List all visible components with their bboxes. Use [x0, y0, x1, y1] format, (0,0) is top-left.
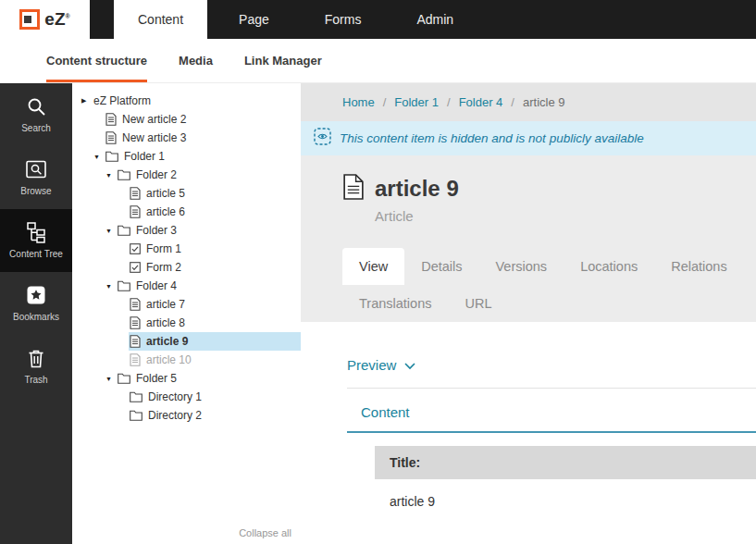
tree-toggle-icon[interactable]: ▶: [81, 97, 93, 105]
page-title: article 9: [375, 176, 459, 202]
tab-view[interactable]: View: [342, 248, 404, 285]
tree-item-form-1[interactable]: Form 1: [72, 240, 301, 258]
tree-item-ez-platform[interactable]: ▶eZ Platform: [72, 92, 301, 110]
tree-item-label: article 7: [146, 298, 185, 311]
breadcrumb-separator: /: [511, 95, 514, 109]
article-icon: [105, 131, 117, 144]
secondary-nav: Content structureMediaLink Manager: [0, 39, 756, 83]
tree-toggle-icon[interactable]: ▼: [105, 172, 117, 179]
main-area: Home/Folder 1/Folder 4/article 9 This co…: [301, 83, 756, 544]
content-tree-panel: ▶eZ PlatformNew article 2New article 3▼F…: [72, 83, 301, 544]
folder-icon: [105, 151, 118, 162]
top-tab-admin[interactable]: Admin: [392, 0, 477, 39]
tree-item-label: Form 2: [146, 261, 181, 274]
ez-logo-text: eZ®: [44, 9, 69, 30]
sidebar-item-bookmarks[interactable]: Bookmarks: [0, 272, 72, 335]
folder-icon: [118, 373, 130, 384]
breadcrumb-separator: /: [383, 95, 387, 109]
tree-item-new-article-2[interactable]: New article 2: [72, 110, 301, 129]
tree-item-label: Folder 2: [136, 168, 177, 181]
search-icon: [25, 95, 47, 117]
tree-item-label: article 5: [146, 187, 185, 200]
ez-logo[interactable]: eZ®: [0, 0, 90, 39]
breadcrumb-item-folder-1[interactable]: Folder 1: [394, 95, 439, 109]
breadcrumb-separator: /: [447, 95, 451, 109]
left-sidebar: SearchBrowseContent TreeBookmarksTrash: [0, 83, 72, 544]
chevron-down-icon: [404, 357, 415, 373]
tree-item-folder-5[interactable]: ▼Folder 5: [72, 369, 301, 388]
article-icon: [130, 335, 141, 348]
tree-item-directory-1[interactable]: Directory 1: [72, 388, 301, 406]
folder-icon: [118, 169, 130, 180]
tree-item-article-10[interactable]: article 10: [72, 351, 301, 369]
tab-versions[interactable]: Versions: [479, 248, 564, 285]
tree-item-article-9[interactable]: article 9: [72, 332, 301, 351]
sidebar-item-label: Trash: [24, 375, 47, 385]
article-icon: [105, 113, 117, 126]
sidebar-item-label: Bookmarks: [13, 312, 59, 322]
tree-items: ▶eZ PlatformNew article 2New article 3▼F…: [72, 92, 301, 425]
tree-item-label: Folder 1: [124, 150, 165, 163]
tree-toggle-icon[interactable]: ▼: [105, 376, 117, 382]
tab-details[interactable]: Details: [404, 248, 478, 285]
tree-toggle-icon[interactable]: ▼: [105, 228, 117, 234]
tree-item-label: New article 3: [122, 131, 186, 144]
tree-item-folder-4[interactable]: ▼Folder 4: [72, 277, 301, 295]
article-icon: [130, 316, 141, 329]
tab-translations[interactable]: Translations: [342, 285, 448, 322]
tree-item-form-2[interactable]: Form 2: [72, 258, 301, 277]
article-icon: [130, 298, 141, 311]
field-label: Title:: [375, 446, 756, 479]
content-card: Preview Content Title:article 9: [301, 322, 756, 544]
tree-toggle-icon[interactable]: ▼: [105, 283, 117, 290]
preview-toggle[interactable]: Preview: [347, 322, 756, 389]
folder-icon: [118, 225, 130, 236]
tree-item-article-7[interactable]: article 7: [72, 295, 301, 314]
folder-icon: [130, 391, 143, 402]
subnav-tab-link-manager[interactable]: Link Manager: [244, 39, 322, 82]
content-section-heading: Content: [347, 389, 756, 433]
app-window: eZ® ContentPageFormsAdmin Content struct…: [0, 0, 756, 544]
tree-item-folder-2[interactable]: ▼Folder 2: [72, 166, 301, 184]
sidebar-item-browse[interactable]: Browse: [0, 146, 72, 209]
tree-item-label: article 10: [146, 353, 192, 366]
tab-relations[interactable]: Relations: [654, 248, 743, 285]
tree-item-directory-2[interactable]: Directory 2: [72, 406, 301, 425]
sidebar-item-content-tree[interactable]: Content Tree: [0, 209, 72, 272]
tree-item-article-5[interactable]: article 5: [72, 184, 301, 203]
tab-url[interactable]: URL: [448, 285, 508, 322]
content-tree-icon: [25, 221, 47, 243]
sidebar-item-search[interactable]: Search: [0, 83, 72, 146]
tree-item-new-article-3[interactable]: New article 3: [72, 129, 301, 147]
tree-item-article-8[interactable]: article 8: [72, 314, 301, 332]
tree-item-folder-3[interactable]: ▼Folder 3: [72, 221, 301, 240]
sidebar-item-trash[interactable]: Trash: [0, 335, 72, 398]
hidden-content-alert: This content item is hidden and is not p…: [301, 121, 756, 155]
subnav-tab-content-structure[interactable]: Content structure: [46, 39, 147, 82]
content-header: article 9 Article: [342, 174, 756, 224]
sidebar-item-label: Search: [21, 123, 51, 133]
tree-item-label: Folder 4: [136, 279, 177, 292]
article-icon: [130, 353, 141, 366]
subnav-tab-media[interactable]: Media: [179, 39, 213, 82]
top-tab-content[interactable]: Content: [114, 0, 207, 39]
form-icon: [130, 243, 141, 254]
breadcrumb-item-home[interactable]: Home: [342, 95, 375, 109]
bookmarks-icon: [25, 284, 47, 306]
tree-toggle-icon[interactable]: ▼: [93, 154, 105, 160]
ez-logo-icon: [19, 9, 40, 30]
collapse-all-button[interactable]: Collapse all: [239, 527, 291, 538]
content-tabs: ViewDetailsVersionsLocationsRelationsTra…: [342, 248, 756, 322]
tab-locations[interactable]: Locations: [564, 248, 654, 285]
tree-item-article-6[interactable]: article 6: [72, 203, 301, 221]
document-icon: [342, 174, 365, 204]
breadcrumb-item-folder-4[interactable]: Folder 4: [459, 95, 503, 109]
top-tab-page[interactable]: Page: [215, 0, 293, 39]
top-bar: eZ® ContentPageFormsAdmin: [0, 0, 756, 39]
tree-item-label: Form 1: [146, 242, 181, 255]
article-icon: [130, 205, 141, 218]
breadcrumb: Home/Folder 1/Folder 4/article 9: [301, 83, 756, 121]
tree-item-folder-1[interactable]: ▼Folder 1: [72, 147, 301, 166]
top-tab-forms[interactable]: Forms: [301, 0, 386, 39]
tree-item-label: article 8: [146, 316, 185, 329]
